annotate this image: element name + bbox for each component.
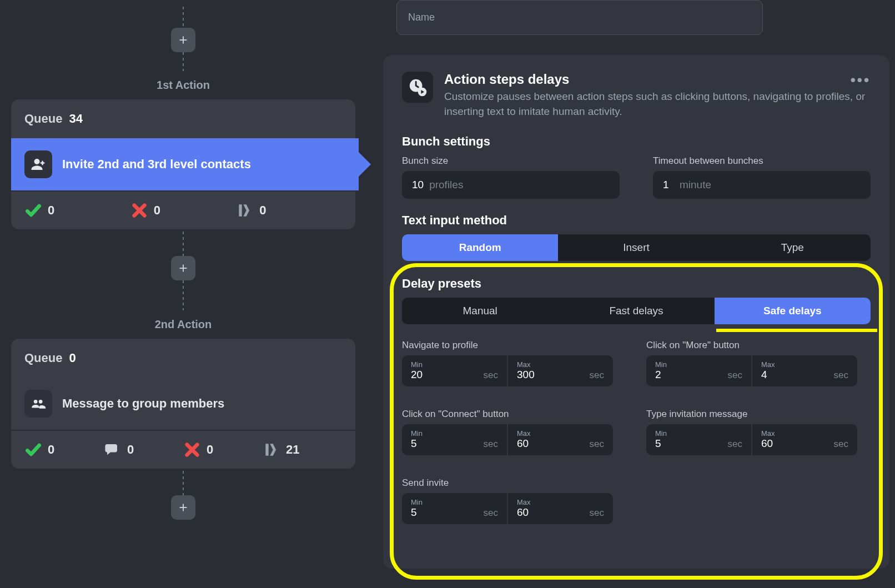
connector-line — [183, 280, 184, 310]
preset-fast[interactable]: Fast delays — [558, 298, 714, 324]
text-method-insert[interactable]: Insert — [558, 234, 714, 261]
stat-fail: 0 — [130, 202, 237, 219]
x-icon — [183, 441, 201, 459]
stat-replies: 0 — [104, 441, 183, 459]
more-menu-button[interactable]: ••• — [851, 72, 871, 89]
add-step-button-1[interactable] — [171, 28, 195, 52]
delay-max-input[interactable]: Max 60sec — [752, 424, 857, 455]
add-step-button-2[interactable] — [171, 256, 195, 280]
bunch-size-label: Bunch size — [402, 155, 620, 167]
queue-count: 0 — [69, 351, 76, 365]
delay-min-input[interactable]: Min 2sec — [646, 355, 751, 386]
chat-icon — [104, 441, 122, 459]
group-message-icon — [24, 390, 52, 418]
text-input-method-heading: Text input method — [402, 213, 871, 228]
connector-line — [183, 471, 184, 495]
stat-success: 0 — [24, 441, 104, 459]
queue-header-1: Queue 34 — [11, 99, 355, 138]
delay-min-input[interactable]: Min 5sec — [402, 424, 507, 455]
text-input-method-segmented: Random Insert Type — [402, 234, 871, 261]
text-method-random[interactable]: Random — [402, 234, 558, 261]
bunch-size-input[interactable]: 10 profiles — [402, 171, 620, 199]
connector-line — [183, 52, 184, 71]
skipped-icon — [236, 202, 254, 219]
action-card-2: Queue 0 Message to group members 0 0 0 — [11, 339, 355, 469]
check-icon — [24, 202, 42, 219]
bunch-settings-heading: Bunch settings — [402, 134, 871, 149]
connector-line — [183, 7, 184, 28]
queue-label: Queue — [24, 112, 62, 125]
delay-type-invitation: Type invitation message Min 5sec Max 60s… — [646, 409, 857, 455]
panel-description: Customize pauses between action steps su… — [444, 89, 871, 119]
delay-click-more: Click on "More" button Min 2sec Max 4sec — [646, 340, 857, 386]
delay-navigate-to-profile: Navigate to profile Min 20sec Max 300sec — [402, 340, 613, 386]
delay-min-input[interactable]: Min 5sec — [402, 493, 507, 524]
delay-grid: Navigate to profile Min 20sec Max 300sec… — [402, 340, 871, 524]
action-steps-delays-panel: ••• Action steps delays Customize pauses… — [383, 55, 889, 569]
queue-label: Queue — [24, 351, 62, 365]
workflow-panel: 1st Action Queue 34 Invite 2nd and 3rd l… — [0, 0, 366, 588]
delay-max-input[interactable]: Max 60sec — [508, 424, 613, 455]
panel-title: Action steps delays — [444, 72, 871, 87]
delay-click-connect: Click on "Connect" button Min 5sec Max 6… — [402, 409, 613, 455]
delay-max-input[interactable]: Max 60sec — [508, 493, 613, 524]
action-item-invite[interactable]: Invite 2nd and 3rd level contacts — [11, 138, 359, 190]
action-item-label: Message to group members — [62, 396, 224, 411]
action-item-message[interactable]: Message to group members — [11, 378, 355, 430]
timeout-input[interactable]: 1 minute — [653, 171, 871, 199]
delay-send-invite: Send invite Min 5sec Max 60sec — [402, 478, 613, 524]
add-step-button-3[interactable] — [171, 495, 195, 520]
action-heading-1: 1st Action — [0, 79, 366, 92]
action-card-1: Queue 34 Invite 2nd and 3rd level contac… — [11, 99, 355, 229]
queue-header-2: Queue 0 — [11, 339, 355, 378]
plus-icon — [177, 501, 189, 514]
person-add-icon — [24, 150, 52, 178]
plus-icon — [177, 34, 189, 46]
skipped-icon — [263, 441, 280, 459]
delay-presets-segmented: Manual Fast delays Safe delays — [402, 298, 871, 324]
connector-line — [183, 232, 184, 256]
delay-max-input[interactable]: Max 300sec — [508, 355, 613, 386]
x-icon — [130, 202, 148, 219]
stat-skipped: 0 — [236, 202, 342, 219]
queue-count: 34 — [69, 112, 83, 125]
stats-row-2: 0 0 0 21 — [11, 430, 355, 469]
action-heading-2: 2nd Action — [0, 318, 366, 331]
delay-min-input[interactable]: Min 20sec — [402, 355, 507, 386]
delay-max-input[interactable]: Max 4sec — [752, 355, 857, 386]
stat-success: 0 — [24, 202, 130, 219]
name-input[interactable] — [396, 0, 763, 35]
preset-safe[interactable]: Safe delays — [715, 298, 871, 324]
preset-manual[interactable]: Manual — [402, 298, 558, 324]
delay-min-input[interactable]: Min 5sec — [646, 424, 751, 455]
text-method-type[interactable]: Type — [715, 234, 871, 261]
stat-skipped: 21 — [263, 441, 342, 459]
stats-row-1: 0 0 0 — [11, 190, 355, 229]
delay-presets-heading: Delay presets — [402, 277, 871, 291]
action-item-label: Invite 2nd and 3rd level contacts — [62, 157, 251, 172]
stat-fail: 0 — [183, 441, 263, 459]
plus-icon — [177, 262, 189, 274]
settings-panel: ••• Action steps delays Customize pauses… — [383, 0, 889, 588]
check-icon — [24, 441, 42, 459]
clock-play-icon — [402, 72, 433, 103]
timeout-label: Timeout between bunches — [653, 155, 871, 167]
